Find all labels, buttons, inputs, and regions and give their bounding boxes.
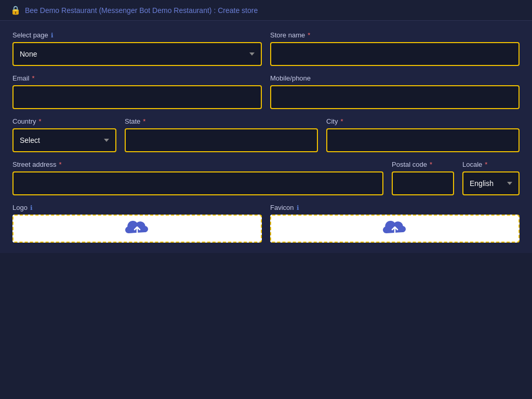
country-group: Country * Select bbox=[12, 117, 116, 152]
create-store-form: Select page ℹ None Store name * Email bbox=[12, 31, 520, 243]
store-name-input[interactable] bbox=[270, 42, 520, 66]
locale-dropdown[interactable]: English bbox=[462, 171, 520, 195]
logo-upload-icon bbox=[122, 216, 153, 242]
postal-code-group: Postal code * bbox=[392, 161, 454, 195]
select-page-dropdown[interactable]: None bbox=[12, 42, 262, 66]
store-name-group: Store name * bbox=[270, 31, 520, 66]
logo-info-icon[interactable]: ℹ bbox=[30, 204, 33, 211]
logo-group: Logo ℹ bbox=[12, 204, 262, 243]
favicon-group: Favicon ℹ bbox=[270, 204, 520, 243]
postal-code-required: * bbox=[430, 161, 432, 168]
email-required: * bbox=[32, 74, 35, 82]
email-group: Email * bbox=[12, 74, 262, 109]
lock-icon: 🔒 bbox=[10, 5, 21, 15]
mobile-phone-label: Mobile/phone bbox=[270, 74, 520, 82]
main-content: Select page ℹ None Store name * Email bbox=[0, 21, 532, 253]
street-address-group: Street address * bbox=[12, 161, 383, 195]
store-name-required: * bbox=[308, 31, 310, 39]
favicon-upload-area[interactable] bbox=[270, 215, 520, 243]
street-address-required: * bbox=[59, 161, 62, 168]
row-address-postal-locale: Street address * Postal code * Locale * bbox=[12, 161, 520, 195]
state-input[interactable] bbox=[125, 128, 318, 152]
select-page-info-icon[interactable]: ℹ bbox=[51, 32, 54, 39]
mobile-phone-group: Mobile/phone bbox=[270, 74, 520, 109]
locale-group: Locale * English bbox=[462, 161, 520, 195]
row-email-phone: Email * Mobile/phone bbox=[12, 74, 520, 109]
locale-label: Locale * bbox=[462, 161, 520, 168]
email-label: Email * bbox=[12, 74, 262, 82]
mobile-phone-input[interactable] bbox=[270, 85, 520, 109]
state-required: * bbox=[143, 117, 145, 125]
city-input[interactable] bbox=[326, 128, 520, 152]
state-label: State * bbox=[125, 117, 318, 125]
email-input[interactable] bbox=[12, 85, 262, 109]
locale-required: * bbox=[485, 161, 487, 168]
city-label: City * bbox=[326, 117, 520, 125]
street-address-input[interactable] bbox=[12, 171, 383, 195]
top-bar: 🔒 Bee Demo Restaurant (Messenger Bot Dem… bbox=[0, 0, 532, 21]
row-country-state-city: Country * Select State * City * bbox=[12, 117, 520, 152]
row-logo-favicon: Logo ℹ Favicon ℹ bbox=[12, 204, 520, 243]
page-title: Bee Demo Restaurant (Messenger Bot Demo … bbox=[25, 6, 258, 15]
logo-label: Logo ℹ bbox=[12, 204, 262, 211]
country-label: Country * bbox=[12, 117, 116, 125]
postal-code-label: Postal code * bbox=[392, 161, 454, 168]
favicon-upload-icon bbox=[379, 216, 410, 242]
row-page-storename: Select page ℹ None Store name * bbox=[12, 31, 520, 66]
city-group: City * bbox=[326, 117, 520, 152]
country-dropdown[interactable]: Select bbox=[12, 128, 116, 152]
favicon-info-icon[interactable]: ℹ bbox=[297, 204, 299, 211]
select-page-label: Select page ℹ bbox=[12, 31, 262, 39]
city-required: * bbox=[340, 117, 343, 125]
favicon-label: Favicon ℹ bbox=[270, 204, 520, 211]
store-name-label: Store name * bbox=[270, 31, 520, 39]
postal-code-input[interactable] bbox=[392, 171, 454, 195]
country-required: * bbox=[39, 117, 42, 125]
state-group: State * bbox=[125, 117, 318, 152]
street-address-label: Street address * bbox=[12, 161, 383, 168]
logo-upload-area[interactable] bbox=[12, 215, 262, 243]
select-page-group: Select page ℹ None bbox=[12, 31, 262, 66]
